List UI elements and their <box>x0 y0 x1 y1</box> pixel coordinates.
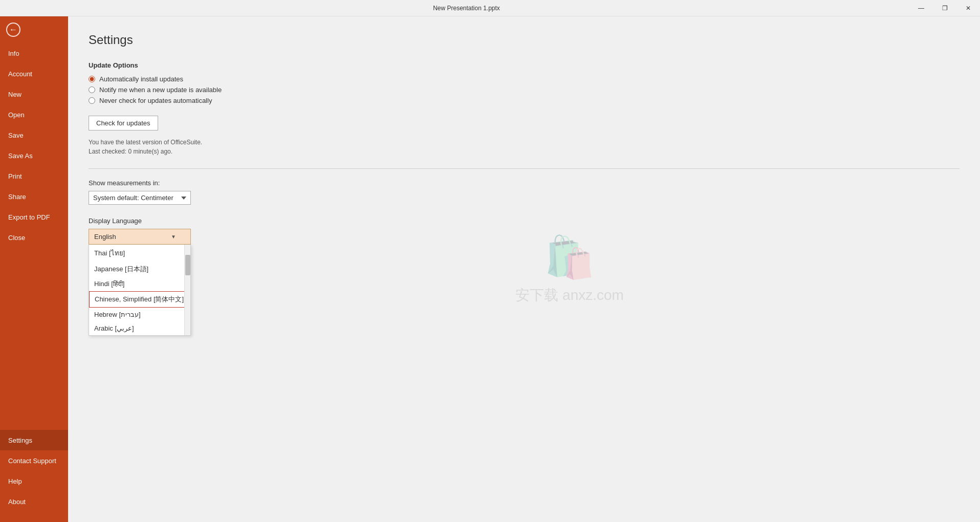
radio-notify-input[interactable] <box>89 86 95 93</box>
language-dropdown-list: Thai [ไทย] Japanese [日本語] Hindi [हिंदी] … <box>89 245 191 336</box>
scroll-thumb <box>185 255 190 275</box>
radio-notify[interactable]: Notify me when a new update is available <box>89 86 960 94</box>
language-option-thai[interactable]: Thai [ไทย] <box>89 245 190 262</box>
sidebar-item-print[interactable]: Print <box>0 166 68 186</box>
sidebar-item-info[interactable]: Info <box>0 43 68 63</box>
sidebar: ← Info Account New Open Save Save As Pri… <box>0 16 68 522</box>
radio-auto[interactable]: Automatically install updates <box>89 75 960 83</box>
sidebar-bottom: Settings Contact Support Help About <box>0 430 68 512</box>
language-option-chinese-simplified[interactable]: Chinese, Simplified [简体中文] <box>89 291 190 308</box>
measurements-section: Show measurements in: System default: Ce… <box>89 179 960 205</box>
radio-auto-input[interactable] <box>89 76 95 82</box>
language-option-japanese[interactable]: Japanese [日本語] <box>89 262 190 277</box>
language-label: Display Language <box>89 217 960 225</box>
close-button[interactable]: ✕ <box>956 0 980 16</box>
language-option-arabic[interactable]: Arabic [عربي] <box>89 321 190 335</box>
language-dropdown-wrapper: English ▼ Thai [ไทย] Japanese [日本語] Hind… <box>89 229 191 245</box>
back-button[interactable]: ← <box>0 16 68 43</box>
minimize-button[interactable]: — <box>909 0 933 16</box>
language-selected[interactable]: English ▼ <box>89 229 191 245</box>
language-option-hebrew[interactable]: Hebrew [עברית] <box>89 308 190 321</box>
divider1 <box>89 168 960 169</box>
sidebar-item-exportpdf[interactable]: Export to PDF <box>0 207 68 227</box>
chevron-down-icon: ▼ <box>171 234 176 240</box>
version-line1: You have the latest version of OfficeSui… <box>89 138 960 147</box>
measurements-label: Show measurements in: <box>89 179 960 187</box>
language-selected-text: English <box>94 233 116 241</box>
watermark-text: 安下载 anxz.com <box>515 286 624 305</box>
sidebar-item-saveas[interactable]: Save As <box>0 145 68 166</box>
update-options-section: Update Options Automatically install upd… <box>89 61 960 156</box>
radio-never[interactable]: Never check for updates automatically <box>89 97 960 104</box>
sidebar-item-help[interactable]: Help <box>0 471 68 491</box>
radio-never-label: Never check for updates automatically <box>99 97 212 104</box>
sidebar-item-settings[interactable]: Settings <box>0 430 68 450</box>
main-content: Settings Update Options Automatically in… <box>68 16 980 522</box>
window-controls: — ❐ ✕ <box>909 0 980 16</box>
app-body: ← Info Account New Open Save Save As Pri… <box>0 16 980 522</box>
page-title: Settings <box>89 33 960 47</box>
measurements-dropdown[interactable]: System default: Centimeter Inches Centim… <box>89 191 191 205</box>
language-option-hindi[interactable]: Hindi [हिंदी] <box>89 277 190 291</box>
version-info: You have the latest version of OfficeSui… <box>89 138 960 156</box>
language-section: Display Language English ▼ Thai [ไทย] Ja… <box>89 217 960 245</box>
radio-never-input[interactable] <box>89 97 95 104</box>
sidebar-item-open[interactable]: Open <box>0 104 68 125</box>
back-arrow-icon: ← <box>6 23 20 37</box>
sidebar-item-save[interactable]: Save <box>0 125 68 145</box>
title-bar: New Presentation 1.pptx — ❐ ✕ <box>0 0 980 16</box>
restore-button[interactable]: ❐ <box>933 0 956 16</box>
sidebar-item-about[interactable]: About <box>0 491 68 512</box>
scrollbar[interactable] <box>184 245 190 335</box>
sidebar-item-account[interactable]: Account <box>0 63 68 84</box>
sidebar-item-close[interactable]: Close <box>0 227 68 248</box>
window-title: New Presentation 1.pptx <box>24 5 909 12</box>
check-updates-button[interactable]: Check for updates <box>89 116 158 130</box>
update-options-title: Update Options <box>89 61 960 69</box>
sidebar-item-new[interactable]: New <box>0 84 68 104</box>
radio-group-updates: Automatically install updates Notify me … <box>89 75 960 104</box>
sidebar-item-contactsupport[interactable]: Contact Support <box>0 450 68 471</box>
radio-notify-label: Notify me when a new update is available <box>99 86 222 94</box>
version-line2: Last checked: 0 minute(s) ago. <box>89 147 960 156</box>
sidebar-item-share[interactable]: Share <box>0 186 68 207</box>
radio-auto-label: Automatically install updates <box>99 75 183 83</box>
